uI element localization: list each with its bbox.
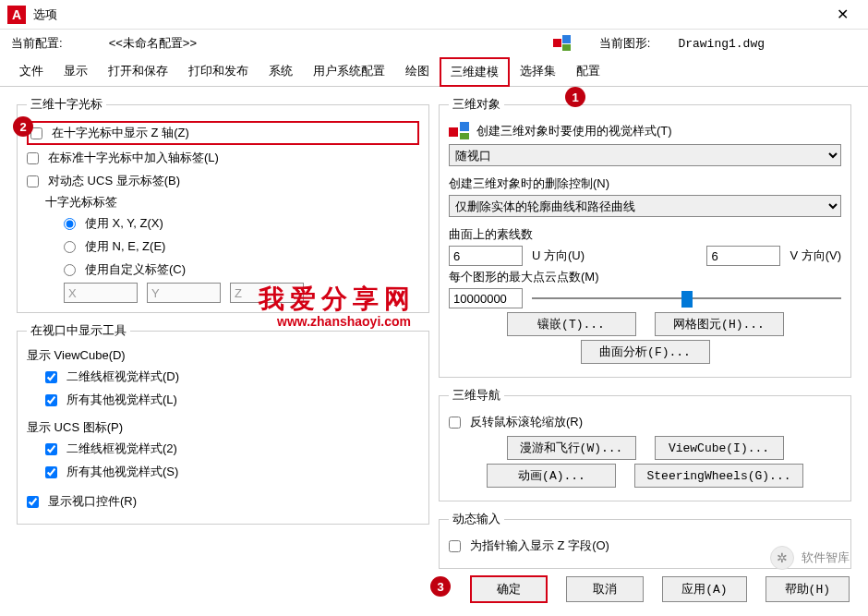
checkbox-show-z-field[interactable] (449, 540, 461, 552)
svg-rect-2 (562, 44, 571, 51)
label-ucs-other: 所有其他视觉样式(S) (66, 464, 178, 480)
tab-system[interactable]: 系统 (259, 57, 303, 86)
apply-button[interactable]: 应用(A) (662, 576, 746, 602)
top-info-bar: 当前配置: <<未命名配置>> 当前图形: Drawing1.dwg (0, 30, 868, 57)
label-vc-other: 所有其他视觉样式(L) (66, 392, 177, 408)
input-v-isolines[interactable] (706, 246, 780, 266)
help-button[interactable]: 帮助(H) (766, 576, 850, 602)
isolines-label: 曲面上的素线数 (449, 226, 841, 243)
checkbox-ucs-other[interactable] (45, 466, 57, 478)
app-icon: A (7, 6, 26, 24)
input-custom-x[interactable] (64, 283, 138, 303)
delete-control-label: 创建三维对象时的删除控制(N) (449, 175, 841, 192)
label-use-xyz: 使用 X, Y, Z(X) (85, 215, 163, 232)
select-delete-control[interactable]: 仅删除实体的轮廓曲线和路径曲线 (449, 195, 841, 217)
titlebar: A 选项 ✕ (0, 0, 868, 30)
label-viewport-controls: 显示视口控件(R) (48, 493, 137, 510)
checkbox-dynamic-ucs-label[interactable] (27, 175, 39, 187)
input-custom-z[interactable] (230, 283, 304, 303)
close-button[interactable]: ✕ (824, 1, 861, 29)
button-animation[interactable]: 动画(A)... (487, 464, 616, 488)
checkbox-vc-2dwire[interactable] (45, 371, 57, 383)
group-3d-navigation: 三维导航 反转鼠标滚轮缩放(R) 漫游和飞行(W)... ViewCube(I)… (439, 387, 851, 501)
select-visual-style[interactable]: 随视口 (449, 144, 841, 166)
checkbox-viewport-controls[interactable] (27, 496, 39, 508)
tab-file[interactable]: 文件 (9, 57, 54, 86)
window-title: 选项 (33, 6, 824, 23)
tab-bar: 文件 显示 打开和保存 打印和发布 系统 用户系统配置 绘图 三维建模 选择集 … (0, 57, 868, 87)
label-show-z-field: 为指针输入显示 Z 字段(O) (470, 537, 609, 554)
label-reverse-wheel: 反转鼠标滚轮缩放(R) (470, 414, 583, 430)
svg-rect-5 (460, 133, 469, 139)
label-use-nez: 使用 N, E, Z(E) (85, 238, 165, 255)
input-max-points[interactable] (449, 288, 523, 308)
tab-userpref[interactable]: 用户系统配置 (303, 57, 395, 86)
button-viewcube[interactable]: ViewCube(I)... (655, 436, 784, 460)
button-mesh-primitives[interactable]: 网格图元(H)... (655, 312, 784, 336)
brand-watermark: ✲ 软件智库 (770, 546, 850, 570)
viewcube-heading: 显示 ViewCube(D) (27, 347, 419, 364)
label-u-direction: U 方向(U) (532, 248, 585, 264)
object3d-icon (449, 122, 471, 140)
svg-rect-0 (553, 39, 561, 47)
group-viewport-tools-title: 在视口中显示工具 (27, 322, 130, 339)
label-axis-labels: 在标准十字光标中加入轴标签(L) (48, 150, 219, 166)
brand-text: 软件智库 (802, 550, 850, 566)
tab-draft[interactable]: 绘图 (395, 57, 440, 86)
checkbox-ucs-2dwire[interactable] (45, 443, 57, 455)
label-use-custom: 使用自定义标签(C) (85, 261, 186, 278)
group-3d-objects-title: 三维对象 (449, 96, 504, 113)
button-tessellation[interactable]: 镶嵌(T)... (507, 312, 636, 336)
label-vc-2dwire: 二维线框视觉样式(D) (66, 368, 179, 385)
tab-3dmodeling[interactable]: 三维建模 (440, 57, 510, 87)
button-surface-analysis[interactable]: 曲面分析(F)... (581, 340, 710, 364)
group-3d-navigation-title: 三维导航 (449, 387, 504, 404)
annotation-badge-3: 3 (430, 576, 451, 597)
label-v-direction: V 方向(V) (790, 248, 841, 264)
checkbox-vc-other[interactable] (45, 394, 57, 406)
tab-profiles[interactable]: 配置 (566, 57, 610, 86)
cancel-button[interactable]: 取消 (566, 576, 644, 602)
visual-style-label: 创建三维对象时要使用的视觉样式(T) (476, 123, 672, 139)
button-steeringwheels[interactable]: SteeringWheels(G)... (634, 464, 802, 488)
drawing-icon (553, 35, 572, 52)
annotation-badge-2: 2 (13, 116, 33, 137)
dialog-footer: 确定 取消 应用(A) 帮助(H) (470, 575, 850, 603)
label-dynamic-ucs: 对动态 UCS 显示标签(B) (48, 173, 180, 189)
profile-label: 当前配置: (11, 35, 63, 52)
maxpoints-label: 每个图形的最大点云点数(M) (449, 269, 841, 285)
input-u-isolines[interactable] (449, 246, 523, 266)
radio-use-xyz[interactable] (64, 218, 76, 230)
crosshair-labels-heading: 十字光标标签 (27, 194, 419, 211)
group-3d-crosshair-title: 三维十字光标 (27, 96, 106, 113)
ucs-icon-heading: 显示 UCS 图标(P) (27, 419, 419, 436)
group-viewport-tools: 在视口中显示工具 显示 ViewCube(D) 二维线框视觉样式(D) 所有其他… (17, 322, 429, 525)
label-ucs-2dwire: 二维线框视觉样式(2) (66, 441, 177, 457)
group-dynamic-input-title: 动态输入 (449, 511, 504, 527)
input-custom-y[interactable] (147, 283, 221, 303)
group-3d-objects: 三维对象 创建三维对象时要使用的视觉样式(T) 随视口 创建三维对象时的删除控制… (439, 96, 851, 378)
label-show-z-axis: 在十字光标中显示 Z 轴(Z) (52, 125, 189, 141)
drawing-label: 当前图形: (599, 35, 651, 52)
profile-value: <<未命名配置>> (109, 35, 197, 52)
svg-rect-1 (562, 35, 571, 43)
slider-max-points[interactable] (532, 289, 841, 308)
svg-rect-4 (460, 122, 469, 131)
ok-button[interactable]: 确定 (470, 575, 548, 603)
svg-rect-3 (449, 127, 458, 137)
checkbox-reverse-wheel[interactable] (449, 417, 461, 429)
drawing-value: Drawing1.dwg (678, 37, 765, 51)
group-3d-crosshair: 三维十字光标 在十字光标中显示 Z 轴(Z) 在标准十字光标中加入轴标签(L) … (17, 96, 429, 313)
tab-opensave[interactable]: 打开和保存 (98, 57, 178, 86)
checkbox-axis-labels[interactable] (27, 152, 39, 164)
tab-plot[interactable]: 打印和发布 (178, 57, 259, 86)
radio-use-nez[interactable] (64, 241, 76, 253)
radio-use-custom[interactable] (64, 264, 76, 276)
tab-display[interactable]: 显示 (54, 57, 98, 86)
annotation-badge-1: 1 (565, 87, 585, 107)
tab-selection[interactable]: 选择集 (510, 57, 566, 86)
button-walk-fly[interactable]: 漫游和飞行(W)... (507, 436, 636, 460)
wechat-icon: ✲ (770, 546, 794, 570)
